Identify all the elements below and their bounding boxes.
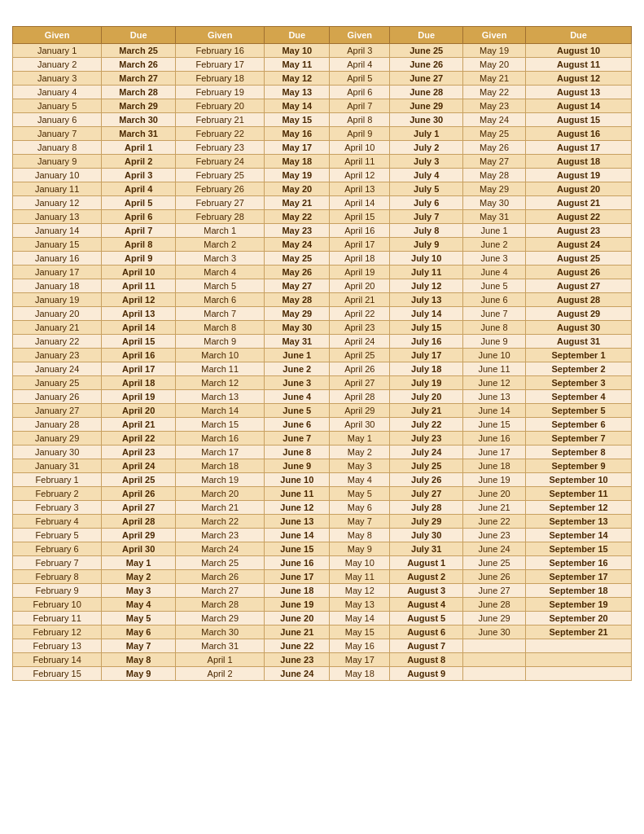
due-cell: July 31 xyxy=(390,542,463,556)
given-cell: January 2 xyxy=(13,58,102,72)
table-row: February 11May 5March 29June 20May 14Aug… xyxy=(13,612,632,626)
table-row: January 21April 14March 8May 30April 23J… xyxy=(13,321,632,335)
due-cell: June 17 xyxy=(265,570,330,584)
given-cell: June 8 xyxy=(463,321,526,335)
due-cell: April 24 xyxy=(102,459,176,473)
due-cell: August 5 xyxy=(390,612,463,626)
given-cell: June 7 xyxy=(463,307,526,321)
given-cell: April 10 xyxy=(330,141,390,155)
given-cell: April 21 xyxy=(330,293,390,307)
given-cell: April 24 xyxy=(330,335,390,349)
given-cell: May 17 xyxy=(330,653,390,667)
given-cell: June 10 xyxy=(463,349,526,362)
given-cell: January 16 xyxy=(13,252,102,266)
column-header-7: Due xyxy=(526,27,632,44)
due-cell: March 31 xyxy=(102,127,176,141)
due-cell: June 5 xyxy=(265,404,330,418)
given-cell: April 15 xyxy=(330,210,390,224)
due-cell xyxy=(526,667,632,681)
due-cell: April 23 xyxy=(102,446,176,459)
due-cell: September 19 xyxy=(526,598,632,612)
given-cell: January 7 xyxy=(13,127,102,141)
table-row: February 4April 28March 22June 13May 7Ju… xyxy=(13,515,632,529)
due-cell: August 17 xyxy=(526,141,632,155)
given-cell: April 2 xyxy=(176,667,265,681)
table-row: January 11April 4February 26May 20April … xyxy=(13,182,632,196)
given-cell: May 15 xyxy=(330,626,390,639)
given-cell: June 4 xyxy=(463,266,526,279)
due-cell: June 23 xyxy=(265,653,330,667)
due-cell: August 29 xyxy=(526,307,632,321)
due-cell: May 14 xyxy=(265,99,330,113)
due-cell: May 10 xyxy=(265,44,330,58)
given-cell: March 17 xyxy=(176,446,265,459)
given-cell: February 21 xyxy=(176,113,265,127)
given-cell: June 16 xyxy=(463,432,526,446)
due-cell: March 29 xyxy=(102,99,176,113)
given-cell: April 4 xyxy=(330,58,390,72)
due-cell: September 10 xyxy=(526,473,632,487)
given-cell: April 18 xyxy=(330,252,390,266)
given-cell: March 25 xyxy=(176,556,265,570)
due-cell: July 11 xyxy=(390,266,463,279)
due-cell: May 25 xyxy=(265,252,330,266)
given-cell: January 30 xyxy=(13,446,102,459)
due-cell: September 4 xyxy=(526,390,632,404)
given-cell: May 8 xyxy=(330,529,390,542)
given-cell xyxy=(463,667,526,681)
given-cell: January 14 xyxy=(13,224,102,238)
given-cell: January 6 xyxy=(13,113,102,127)
given-cell: January 29 xyxy=(13,432,102,446)
due-cell: June 1 xyxy=(265,349,330,362)
table-row: January 10April 3February 25May 19April … xyxy=(13,169,632,182)
given-cell: February 9 xyxy=(13,584,102,598)
due-cell: July 10 xyxy=(390,252,463,266)
table-row: January 3March 27February 18May 12April … xyxy=(13,72,632,86)
due-cell: August 22 xyxy=(526,210,632,224)
given-cell: June 25 xyxy=(463,556,526,570)
given-cell: March 6 xyxy=(176,293,265,307)
due-cell: August 4 xyxy=(390,598,463,612)
table-row: February 15May 9April 2June 24May 18Augu… xyxy=(13,667,632,681)
due-cell: August 25 xyxy=(526,252,632,266)
due-cell: April 30 xyxy=(102,542,176,556)
due-cell: August 19 xyxy=(526,169,632,182)
given-cell: March 28 xyxy=(176,598,265,612)
due-cell: July 5 xyxy=(390,182,463,196)
given-cell: April 29 xyxy=(330,404,390,418)
due-cell: April 11 xyxy=(102,279,176,293)
due-cell: July 14 xyxy=(390,307,463,321)
given-cell: January 21 xyxy=(13,321,102,335)
due-cell: June 29 xyxy=(390,99,463,113)
table-row: January 26April 19March 13June 4April 28… xyxy=(13,390,632,404)
due-cell: June 9 xyxy=(265,459,330,473)
given-cell: June 14 xyxy=(463,404,526,418)
table-row: January 4March 28February 19May 13April … xyxy=(13,86,632,99)
given-cell: May 19 xyxy=(463,44,526,58)
given-cell: March 19 xyxy=(176,473,265,487)
table-row: February 1April 25March 19June 10May 4Ju… xyxy=(13,473,632,487)
table-row: February 12May 6March 30June 21May 15Aug… xyxy=(13,626,632,639)
due-cell: May 29 xyxy=(265,307,330,321)
given-cell: June 28 xyxy=(463,598,526,612)
given-cell: April 30 xyxy=(330,418,390,432)
due-cell: June 3 xyxy=(265,376,330,390)
due-cell: July 28 xyxy=(390,501,463,515)
table-row: January 8April 1February 23May 17April 1… xyxy=(13,141,632,155)
given-cell: February 11 xyxy=(13,612,102,626)
table-row: January 20April 13March 7May 29April 22J… xyxy=(13,307,632,321)
given-cell: April 6 xyxy=(330,86,390,99)
given-cell: April 12 xyxy=(330,169,390,182)
due-cell: September 3 xyxy=(526,376,632,390)
given-cell: January 13 xyxy=(13,210,102,224)
table-row: January 16April 9March 3May 25April 18Ju… xyxy=(13,252,632,266)
given-cell: April 28 xyxy=(330,390,390,404)
table-row: January 1March 25February 16May 10April … xyxy=(13,44,632,58)
due-cell: May 31 xyxy=(265,335,330,349)
due-cell: September 7 xyxy=(526,432,632,446)
due-cell: July 26 xyxy=(390,473,463,487)
given-cell: March 10 xyxy=(176,349,265,362)
due-cell: September 5 xyxy=(526,404,632,418)
due-cell: July 29 xyxy=(390,515,463,529)
due-cell: May 24 xyxy=(265,238,330,252)
